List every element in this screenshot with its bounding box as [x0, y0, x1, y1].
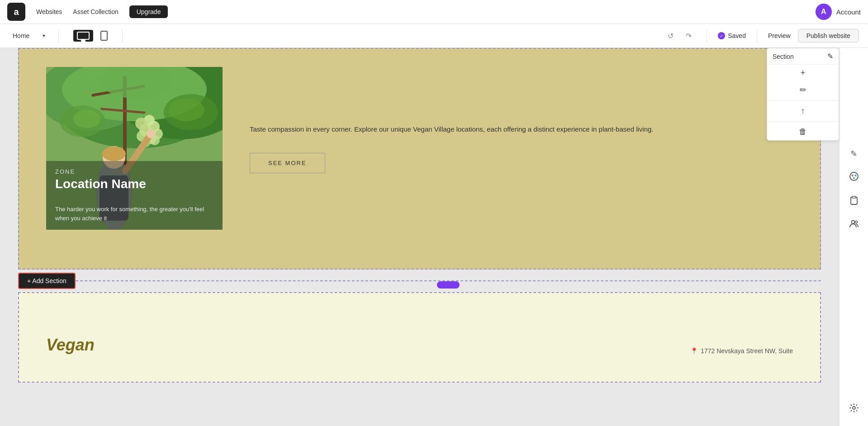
svg-point-20	[147, 129, 156, 138]
section-panel-up[interactable]: ↑	[767, 103, 839, 119]
address-label: 1772 Nevskaya Street NW, Suite	[701, 347, 793, 355]
settings-icon	[849, 403, 859, 415]
vegan-logo: Vegan	[46, 336, 95, 355]
image-overlay: ZONE Location Name The harder you work f…	[46, 161, 223, 230]
nav-separator-2	[122, 29, 123, 43]
svg-point-25	[73, 110, 100, 128]
svg-point-27	[850, 172, 858, 180]
section-panel-header: Section ✎	[767, 48, 839, 65]
section-edit-icon[interactable]: ✎	[827, 52, 833, 61]
clipboard-icon	[849, 195, 859, 207]
arrow-up-icon: ↑	[801, 106, 805, 116]
svg-point-19	[102, 147, 126, 161]
users-icon	[849, 218, 859, 231]
svg-point-33	[851, 220, 854, 223]
svg-point-28	[851, 175, 853, 176]
sidebar-users-button[interactable]	[844, 214, 864, 234]
avatar: A	[816, 4, 832, 20]
saved-indicator	[718, 32, 725, 39]
svg-point-26	[168, 99, 204, 121]
logo-text: a	[14, 7, 19, 17]
description-text: Taste compassion in every corner. Explor…	[250, 123, 793, 135]
sidebar-edit-button[interactable]: ✎	[844, 144, 864, 164]
avatar-initial: A	[821, 8, 826, 16]
svg-point-34	[855, 221, 857, 223]
second-nav: Home ▾ ↺ ↷ Saved Preview Publish website	[0, 24, 868, 48]
desktop-view-button[interactable]	[73, 30, 93, 42]
redo-button[interactable]: ↷	[681, 28, 696, 43]
home-button[interactable]: Home	[9, 30, 33, 41]
canvas: ZONE Location Name The harder you work f…	[0, 48, 839, 426]
section-panel-add[interactable]: +	[767, 65, 839, 81]
section-panel: Section ✎ + ✏ ↑ 🗑	[767, 48, 839, 141]
svg-point-35	[853, 407, 855, 409]
sidebar-settings-button[interactable]	[844, 399, 864, 419]
location-pin-icon: 📍	[690, 347, 698, 355]
right-sidebar: Section ✎ + ✏ ↑ 🗑 ✎	[839, 48, 868, 426]
sidebar-clipboard-button[interactable]	[844, 191, 864, 211]
trash-icon: 🗑	[799, 127, 807, 137]
undo-button[interactable]: ↺	[663, 28, 678, 43]
address-text: 📍 1772 Nevskaya Street NW, Suite	[690, 347, 793, 355]
nav-separator-3	[707, 29, 707, 43]
account-label: Account	[836, 8, 861, 16]
device-toggle	[73, 29, 111, 43]
section-text: Taste compassion in every corner. Explor…	[250, 123, 793, 174]
pencil-icon: ✏	[800, 85, 806, 95]
purple-pill	[437, 281, 460, 289]
section-panel-title: Section	[773, 53, 794, 60]
zone-label: ZONE	[55, 168, 213, 175]
section-image[interactable]: ZONE Location Name The harder you work f…	[46, 67, 223, 230]
saved-status: Saved	[718, 32, 746, 39]
undo-redo-group: ↺ ↷	[663, 28, 696, 43]
add-icon: +	[801, 68, 806, 78]
upgrade-button[interactable]: Upgrade	[129, 5, 168, 18]
panel-divider-2	[767, 121, 839, 122]
svg-point-30	[853, 177, 855, 179]
vegan-logo-text: Vegan	[46, 336, 95, 354]
nav-separator-4	[757, 29, 757, 43]
main-area: ZONE Location Name The harder you work f…	[0, 48, 868, 426]
nav-websites[interactable]: Websites	[36, 8, 62, 15]
home-chevron-icon[interactable]: ▾	[40, 32, 47, 39]
logo[interactable]: a	[7, 3, 25, 21]
account-area[interactable]: A Account	[816, 4, 861, 20]
dashed-divider	[76, 280, 821, 281]
location-name: Location Name	[55, 177, 213, 191]
palette-icon	[849, 171, 859, 184]
section-1: ZONE Location Name The harder you work f…	[18, 48, 821, 270]
nav-separator-1	[58, 29, 59, 43]
saved-label: Saved	[728, 32, 746, 39]
see-more-button[interactable]: SEE MORE	[250, 153, 325, 173]
desktop-icon	[77, 32, 90, 40]
quote-text: The harder you work for something, the g…	[55, 205, 213, 222]
svg-point-29	[854, 175, 856, 176]
panel-divider-1	[767, 100, 839, 101]
sidebar-palette-button[interactable]	[844, 167, 864, 187]
add-section-bar: + Add Section	[18, 270, 821, 292]
add-section-button[interactable]: + Add Section	[18, 273, 76, 289]
mobile-icon	[100, 31, 108, 41]
section-image-wrapper: ZONE Location Name The harder you work f…	[46, 67, 223, 230]
section-panel-pencil[interactable]: ✏	[767, 81, 839, 99]
edit-icon: ✎	[850, 149, 857, 159]
svg-rect-32	[852, 196, 856, 198]
publish-button[interactable]: Publish website	[798, 29, 859, 43]
svg-point-11	[135, 118, 147, 129]
section-panel-trash[interactable]: 🗑	[767, 123, 839, 140]
mobile-view-button[interactable]	[97, 29, 111, 43]
second-nav-right: ↺ ↷ Saved Preview Publish website	[663, 28, 859, 43]
top-nav: a Websites Asset Collection Upgrade A Ac…	[0, 0, 868, 24]
section-2: Vegan 📍 1772 Nevskaya Street NW, Suite	[18, 292, 821, 383]
nav-asset-collection[interactable]: Asset Collection	[73, 8, 118, 15]
preview-button[interactable]: Preview	[768, 32, 791, 39]
section-inner: ZONE Location Name The harder you work f…	[46, 67, 793, 230]
